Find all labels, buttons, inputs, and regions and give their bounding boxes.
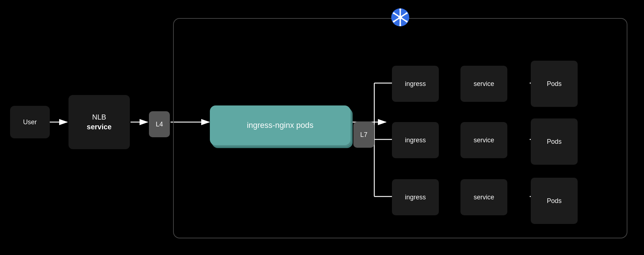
- svg-point-29: [393, 12, 395, 14]
- svg-point-24: [399, 9, 401, 10]
- l4-label: L4: [156, 121, 163, 128]
- svg-point-23: [398, 16, 402, 19]
- svg-point-27: [399, 24, 401, 26]
- service-bot-label: service: [473, 194, 494, 201]
- service-top-label: service: [473, 80, 494, 88]
- ingress-bot: ingress: [392, 179, 439, 215]
- pods-mid-label: Pods: [547, 138, 561, 146]
- service-bot: service: [460, 179, 507, 215]
- svg-point-26: [406, 21, 407, 22]
- service-mid-label: service: [473, 137, 494, 144]
- pods-bot-label: Pods: [547, 197, 561, 205]
- nginx-node: ingress-nginx pods: [210, 105, 350, 145]
- user-node: User: [10, 106, 50, 138]
- nginx-label: ingress-nginx pods: [247, 121, 314, 130]
- pods-mid: Pods: [531, 118, 578, 165]
- user-label: User: [23, 118, 37, 126]
- pods-top-label: Pods: [547, 80, 561, 88]
- diagram: User NLB service L4: [0, 0, 644, 255]
- k8s-logo: [391, 8, 410, 27]
- nlb-title: NLB: [92, 113, 106, 121]
- nlb-service-label: service: [87, 123, 112, 131]
- service-mid: service: [460, 122, 507, 158]
- k8s-wheel-icon: [391, 8, 410, 27]
- svg-point-28: [393, 21, 395, 22]
- k8s-cluster: ingress-nginx pods L7 ingress service Po…: [173, 18, 627, 238]
- svg-point-25: [406, 12, 407, 14]
- l4-node: L4: [149, 111, 170, 137]
- ingress-bot-label: ingress: [405, 194, 426, 201]
- pods-bot: Pods: [531, 178, 578, 224]
- l7-node: L7: [353, 122, 374, 148]
- nlb-node: NLB service: [69, 95, 130, 149]
- pods-top: Pods: [531, 61, 578, 107]
- service-top: service: [460, 66, 507, 102]
- ingress-top: ingress: [392, 66, 439, 102]
- ingress-mid: ingress: [392, 122, 439, 158]
- l7-label: L7: [360, 131, 367, 139]
- ingress-mid-label: ingress: [405, 137, 426, 144]
- ingress-top-label: ingress: [405, 80, 426, 88]
